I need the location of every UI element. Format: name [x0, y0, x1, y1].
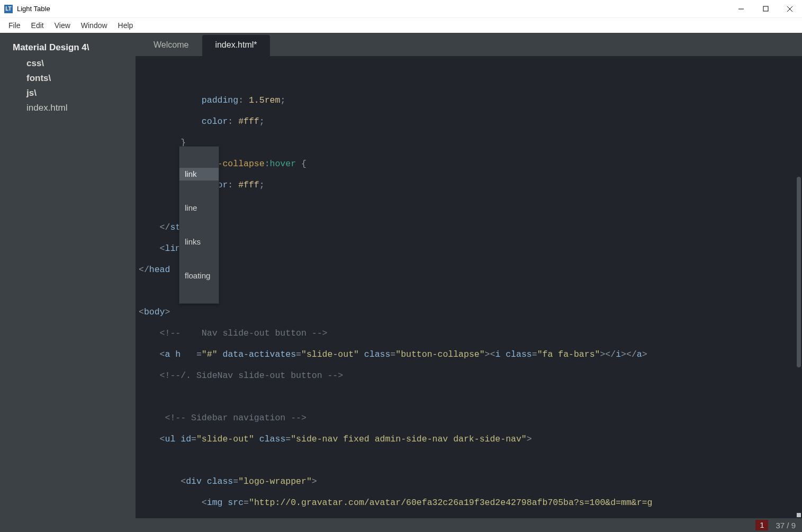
menu-file[interactable]: File [3, 20, 26, 31]
status-cursor-position: 37 / 9 [776, 521, 796, 530]
autocomplete-item-line[interactable]: line [179, 202, 219, 214]
file-tree-sidebar: Material Design 4\ css\ fonts\ js\ index… [0, 33, 136, 518]
menu-view[interactable]: View [49, 20, 76, 31]
minimize-button[interactable] [729, 0, 753, 17]
tab-bar: Welcome index.html* [136, 33, 802, 56]
sidebar-item-index[interactable]: index.html [15, 101, 129, 115]
menu-edit[interactable]: Edit [26, 20, 49, 31]
code-editor[interactable]: padding: 1.5rem; color: #fff; } .button-… [136, 56, 802, 518]
sidebar-item-js[interactable]: js\ [15, 86, 129, 101]
status-bar: 1 37 / 9 [0, 518, 802, 532]
code-content: padding: 1.5rem; color: #fff; } .button-… [139, 85, 802, 518]
status-error-count[interactable]: 1 [755, 520, 768, 530]
titlebar: LT Light Table [0, 0, 802, 18]
menubar: File Edit View Window Help [0, 18, 802, 33]
autocomplete-item-link[interactable]: link [179, 168, 219, 181]
autocomplete-item-floating[interactable]: floating [179, 269, 219, 282]
resize-corner-icon [797, 513, 801, 517]
menu-window[interactable]: Window [76, 20, 113, 31]
svg-rect-1 [763, 6, 768, 11]
close-button[interactable] [778, 0, 802, 17]
app-icon: LT [4, 5, 13, 13]
main-area: Material Design 4\ css\ fonts\ js\ index… [0, 33, 802, 518]
project-root[interactable]: Material Design 4\ [13, 42, 129, 53]
vertical-scrollbar-thumb[interactable] [797, 177, 801, 367]
editor-column: Welcome index.html* padding: 1.5rem; col… [136, 33, 802, 518]
sidebar-item-fonts[interactable]: fonts\ [15, 71, 129, 86]
sidebar-item-css[interactable]: css\ [15, 56, 129, 71]
autocomplete-item-links[interactable]: links [179, 236, 219, 248]
window-title: Light Table [17, 5, 50, 13]
maximize-button[interactable] [753, 0, 778, 17]
menu-help[interactable]: Help [113, 20, 139, 31]
autocomplete-popup[interactable]: link line links floating [179, 146, 219, 304]
tab-welcome[interactable]: Welcome [141, 35, 201, 56]
window-controls [729, 0, 802, 17]
horizontal-scrollbar-track[interactable] [139, 512, 797, 517]
tab-index-html[interactable]: index.html* [202, 35, 269, 56]
